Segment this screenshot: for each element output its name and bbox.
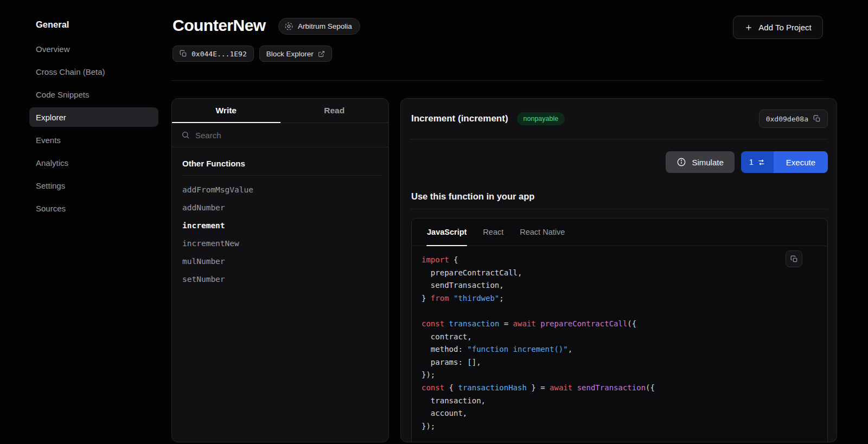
- search-row: [172, 123, 388, 147]
- sidebar-item-analytics[interactable]: Analytics: [29, 153, 158, 172]
- code-line: method: "function increment()",: [422, 343, 818, 356]
- code-line: prepareContractCall,: [422, 267, 818, 280]
- external-link-icon: [318, 50, 325, 57]
- code-tab-react-native[interactable]: React Native: [512, 218, 573, 246]
- block-explorer-button[interactable]: Block Explorer: [259, 46, 332, 62]
- code-line: contract,: [422, 331, 818, 344]
- code-line: });: [422, 420, 818, 433]
- function-item-addnumber[interactable]: addNumber: [182, 199, 381, 217]
- execute-button[interactable]: Execute: [774, 151, 828, 173]
- functions-panel: WriteRead Other Functions addFromMsgValu…: [171, 98, 389, 442]
- code-tab-javascript[interactable]: JavaScript: [419, 218, 475, 246]
- execute-split-button: 1 Execute: [741, 151, 828, 173]
- sidebar-item-settings[interactable]: Settings: [29, 176, 158, 195]
- function-selector-button[interactable]: 0xd09de08a: [759, 110, 828, 128]
- sidebar-item-events[interactable]: Events: [29, 130, 158, 150]
- simulate-button[interactable]: Simulate: [666, 151, 734, 173]
- code-line: [422, 305, 818, 318]
- code-box: JavaScriptReactReact Native import { pre…: [411, 218, 828, 442]
- contract-address-label: 0x044E...1E92: [192, 50, 247, 58]
- info-icon: [676, 157, 686, 167]
- search-icon: [181, 131, 190, 139]
- code-line: transaction,: [422, 395, 818, 408]
- add-to-project-button[interactable]: Add To Project: [733, 16, 823, 39]
- function-detail-header: Increment (increment) nonpayable 0xd09de…: [401, 99, 837, 139]
- detail-divider: [410, 139, 828, 139]
- code-tabs: JavaScriptReactReact Native: [412, 218, 827, 246]
- copy-code-button[interactable]: [786, 250, 802, 267]
- code-snippet: import { prepareContractCall, sendTransa…: [412, 246, 827, 440]
- sidebar-nav: OverviewCross Chain (Beta)Code SnippetsE…: [29, 39, 158, 218]
- sidebar-item-overview[interactable]: Overview: [29, 39, 158, 59]
- write-read-tabs: WriteRead: [172, 99, 388, 123]
- contract-address-button[interactable]: 0x044E...1E92: [173, 46, 254, 62]
- function-title: Increment (increment): [411, 113, 508, 124]
- simulate-label: Simulate: [692, 158, 723, 167]
- code-line: params: [],: [422, 356, 818, 369]
- code-line: const { transactionHash } = await sendTr…: [422, 382, 818, 395]
- mutability-badge: nonpayable: [517, 112, 565, 125]
- function-item-mulnumber[interactable]: mulNumber: [182, 253, 381, 271]
- code-line: import {: [422, 254, 818, 267]
- network-badge[interactable]: Arbitrum Sepolia: [278, 18, 360, 35]
- function-item-setnumber[interactable]: setNumber: [182, 271, 381, 288]
- address-row: 0x044E...1E92 Block Explorer: [173, 46, 332, 62]
- sidebar-section-title: General: [36, 20, 69, 30]
- code-line: });: [422, 369, 818, 382]
- code-line: const transaction = await prepareContrac…: [422, 318, 818, 331]
- code-tab-react[interactable]: React: [475, 218, 512, 246]
- sidebar-item-sources[interactable]: Sources: [29, 198, 158, 218]
- network-badge-label: Arbitrum Sepolia: [298, 22, 352, 30]
- copy-icon: [180, 50, 187, 57]
- add-to-project-label: Add To Project: [758, 23, 811, 32]
- code-line: } from "thirdweb";: [422, 292, 818, 305]
- usage-heading: Use this function in your app: [411, 191, 837, 202]
- plus-icon: [744, 23, 753, 32]
- queue-count: 1: [749, 158, 754, 166]
- function-item-incrementnew[interactable]: incrementNew: [182, 235, 381, 253]
- tab-read[interactable]: Read: [280, 99, 389, 123]
- functions-section: Other Functions addFromMsgValueaddNumber…: [172, 147, 388, 288]
- functions-section-divider: [182, 175, 381, 176]
- sidebar-item-explorer[interactable]: Explorer: [29, 107, 158, 127]
- usage-divider: [410, 209, 828, 209]
- network-icon: [284, 22, 293, 31]
- header-divider: [171, 80, 823, 81]
- tab-write[interactable]: Write: [172, 99, 280, 123]
- function-item-increment[interactable]: increment: [182, 217, 381, 235]
- function-list: addFromMsgValueaddNumberincrementincreme…: [182, 181, 381, 288]
- sidebar-item-cross-chain-beta[interactable]: Cross Chain (Beta): [29, 62, 158, 81]
- functions-section-title: Other Functions: [182, 159, 381, 168]
- transaction-queue-button[interactable]: 1: [741, 151, 774, 173]
- block-explorer-label: Block Explorer: [266, 50, 314, 58]
- search-input[interactable]: [195, 131, 379, 140]
- page-title: CounterNew: [173, 16, 266, 35]
- sidebar-item-code-snippets[interactable]: Code Snippets: [29, 85, 158, 104]
- code-line: account,: [422, 407, 818, 420]
- execute-label: Execute: [786, 158, 815, 167]
- function-item-addfrommsgvalue[interactable]: addFromMsgValue: [182, 181, 381, 199]
- function-selector-label: 0xd09de08a: [766, 115, 808, 123]
- swap-arrows-icon: [757, 158, 765, 166]
- copy-icon: [813, 115, 821, 123]
- action-row: Simulate 1 Execute: [401, 151, 837, 173]
- function-detail-panel: Increment (increment) nonpayable 0xd09de…: [400, 98, 837, 442]
- code-line: sendTransaction,: [422, 279, 818, 292]
